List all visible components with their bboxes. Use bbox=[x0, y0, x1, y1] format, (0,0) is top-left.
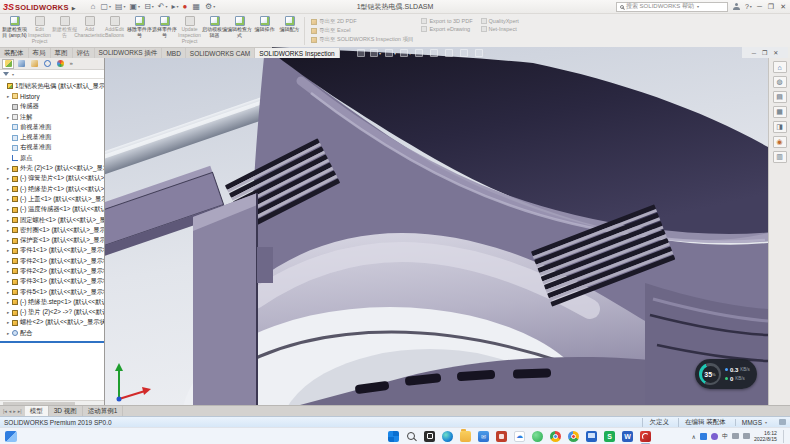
display-style-icon[interactable]: ▾ bbox=[430, 49, 441, 57]
last-tab-button[interactable]: ▸| bbox=[18, 408, 22, 414]
tree-item-annotations[interactable]: ▸ 注解 bbox=[0, 112, 104, 122]
tab-model[interactable]: 模型 bbox=[25, 406, 49, 416]
tab-evaluate[interactable]: 评估 bbox=[73, 48, 95, 58]
export-3d-pdf-item[interactable]: Export to 3D PDF bbox=[421, 18, 472, 24]
edit-inspection-project-button[interactable]: Edit Inspection Project bbox=[27, 15, 52, 47]
view-orientation-icon[interactable]: ▾ bbox=[415, 49, 426, 57]
tree-item-protective-sleeve[interactable]: ▸ 保护套<1> (默认<<默认>_显示状态 bbox=[0, 235, 104, 245]
qualityxpert-item[interactable]: QualityXpert bbox=[481, 18, 519, 24]
close-button[interactable]: ✕ bbox=[780, 3, 786, 10]
widgets-button[interactable] bbox=[5, 431, 17, 442]
launch-template-editor-button[interactable]: 启动模板编辑器 bbox=[202, 15, 227, 47]
export-excel-item[interactable]: 导出至 Excel bbox=[311, 27, 413, 34]
edge-icon[interactable] bbox=[442, 431, 453, 442]
custom-properties-icon[interactable]: ▥ bbox=[773, 151, 787, 163]
tab-solidworks-cam[interactable]: SOLIDWORKS CAM bbox=[186, 48, 255, 58]
doc-close-button[interactable]: ✕ bbox=[773, 49, 778, 56]
home-icon[interactable]: ⌂ bbox=[91, 3, 97, 11]
volume-icon[interactable] bbox=[743, 433, 750, 439]
mail-icon[interactable]: ✉ bbox=[478, 431, 489, 442]
next-tab-button[interactable]: ▸ bbox=[13, 408, 16, 414]
dimxpertmanager-tab[interactable] bbox=[41, 59, 53, 69]
tree-item-seal-ring[interactable]: ▸ 密封圈<1> (默认<<默认>_显示状态 bbox=[0, 225, 104, 235]
file-explorer-icon[interactable]: ▦ bbox=[773, 106, 787, 118]
tree-item-mates[interactable]: ▸ 配合 bbox=[0, 328, 104, 338]
tree-item-fixing-bolt[interactable]: ▸ 固定螺栓<1> (默认<<默认>_显示状 bbox=[0, 215, 104, 225]
displaymanager-tab[interactable] bbox=[54, 59, 66, 69]
propertymanager-tab[interactable] bbox=[15, 59, 27, 69]
status-editing-assembly[interactable]: 在编辑 装配体 bbox=[678, 418, 735, 427]
taskbar-clock[interactable]: 16:12 2022/8/15 bbox=[754, 430, 777, 442]
tab-assembly[interactable]: 装配体 bbox=[0, 48, 29, 58]
tree-item-part1[interactable]: ▸ 零件1<1> (默认<<默认>_显示状态 bbox=[0, 246, 104, 256]
open-icon[interactable]: ▤▾ bbox=[115, 3, 126, 11]
save-icon[interactable]: ▣▾ bbox=[130, 3, 141, 11]
status-units[interactable]: MMGS▾ bbox=[735, 419, 773, 426]
tray-app-icon[interactable] bbox=[711, 433, 718, 440]
browser-cloud-icon[interactable]: ☁ bbox=[514, 431, 525, 442]
doc-minimize-button[interactable]: ─ bbox=[752, 50, 756, 56]
zoom-area-icon[interactable]: ▾ bbox=[370, 49, 381, 57]
tree-item-top-plane[interactable]: 上视基准面 bbox=[0, 132, 104, 142]
tree-item-right-plane[interactable]: 右视基准面 bbox=[0, 143, 104, 153]
undo-icon[interactable]: ↶▾ bbox=[158, 3, 168, 11]
remove-balloons-button[interactable]: 移除零件序号 bbox=[127, 15, 152, 47]
tab-mbd[interactable]: MBD bbox=[162, 48, 185, 58]
select-icon[interactable]: ▸▾ bbox=[172, 3, 179, 11]
select-balloons-button[interactable]: 选择零件序号 bbox=[152, 15, 177, 47]
solidworks-taskbar-icon[interactable] bbox=[640, 431, 651, 442]
apply-scene-icon[interactable]: ▾ bbox=[475, 49, 486, 57]
solidworks-resources-icon[interactable]: ◍ bbox=[773, 76, 787, 88]
new-document-icon[interactable]: ▢▾ bbox=[100, 3, 111, 11]
tray-expand-icon[interactable]: ∧ bbox=[692, 433, 696, 440]
restore-button[interactable]: ❐ bbox=[768, 3, 774, 10]
home-icon[interactable]: ⌂ bbox=[773, 61, 787, 73]
tab-sketch[interactable]: 草图 bbox=[51, 48, 73, 58]
net-inspect-item[interactable]: Net-Inspect bbox=[481, 26, 519, 32]
tree-item-spring-washer[interactable]: ▸ (-) 弹簧垫片<1> (默认<<默认>_显示状 bbox=[0, 174, 104, 184]
chrome-icon[interactable] bbox=[550, 431, 561, 442]
tab-layout[interactable]: 布局 bbox=[29, 48, 51, 58]
edit-inspection-methods-button[interactable]: 编辑检查方式 bbox=[227, 15, 252, 47]
featuremanager-tab[interactable] bbox=[2, 59, 14, 69]
previous-view-icon[interactable]: ▾ bbox=[385, 49, 396, 57]
wps-icon[interactable]: S bbox=[604, 431, 615, 442]
file-explorer-icon[interactable] bbox=[460, 431, 471, 442]
configurationmanager-tab[interactable] bbox=[28, 59, 40, 69]
tab-solidworks-inspection[interactable]: SOLIDWORKS Inspection bbox=[255, 48, 340, 58]
menu-flyout-icon[interactable]: ▶ bbox=[72, 5, 76, 11]
graphics-area[interactable]: ▾ ▾ ▾ ▾ ▾ ▾ ▾ ▾ 35% bbox=[105, 47, 768, 405]
tree-item-part5[interactable]: ▸ 零件5<1> (默认<<默认>_显示状态 bbox=[0, 287, 104, 297]
first-tab-button[interactable]: |◂ bbox=[3, 408, 7, 414]
zoom-fit-icon[interactable] bbox=[357, 49, 366, 57]
3d-model-canvas[interactable] bbox=[105, 47, 768, 405]
tree-item-top-cover[interactable]: ▸ (-) 上盖<1> (默认<<默认>_显示状态 bbox=[0, 194, 104, 204]
tree-item-front-plane[interactable]: 前视基准面 bbox=[0, 122, 104, 132]
edit-recipes-button[interactable]: 编辑配方 bbox=[277, 15, 302, 47]
appearances-icon[interactable]: ◉ bbox=[773, 136, 787, 148]
show-desktop-button[interactable] bbox=[783, 430, 785, 443]
hide-show-items-icon[interactable]: ▾ bbox=[445, 49, 456, 57]
print-icon[interactable]: ⊟▾ bbox=[144, 3, 154, 11]
add-edit-balloons-button[interactable]: Add/Edit Balloons bbox=[102, 15, 127, 47]
login-icon[interactable] bbox=[733, 3, 740, 10]
tree-item-part2-1[interactable]: ▸ 零件2<1> (默认<<默认>_显示状态 bbox=[0, 256, 104, 266]
tree-item-insulation-step[interactable]: ▸ (-) 绝缘垫.step<1> (默认<<默认>_显 bbox=[0, 297, 104, 307]
edit-operations-button[interactable]: 编辑操作 bbox=[252, 15, 277, 47]
status-underdefined[interactable]: 欠定义 bbox=[642, 418, 678, 427]
start-button[interactable] bbox=[388, 431, 399, 442]
task-view-button[interactable] bbox=[424, 431, 435, 442]
options-icon[interactable]: ⚙▾ bbox=[205, 3, 215, 11]
export-inspection-project-item[interactable]: 导出至 SOLIDWORKS Inspection 项目 bbox=[311, 36, 413, 43]
rebuild-icon[interactable]: ● bbox=[183, 3, 189, 11]
tree-item-insulation-washer[interactable]: ▸ (-) 绝缘垫片<1> (默认<<默认>_显示状 bbox=[0, 184, 104, 194]
network-icon[interactable] bbox=[732, 433, 739, 439]
new-inspection-project-button[interactable]: 新建检查项目 (amp;N) bbox=[2, 15, 27, 47]
design-library-icon[interactable]: ▤ bbox=[773, 91, 787, 103]
status-tab-icon[interactable] bbox=[779, 419, 786, 425]
help-button[interactable]: ?▾ bbox=[745, 3, 752, 10]
browser2-icon[interactable] bbox=[568, 431, 579, 442]
tree-item-history[interactable]: ▸ History bbox=[0, 91, 104, 101]
tree-root-assembly[interactable]: 1型铠装热电偶 (默认<默认_显示状态-1>) bbox=[0, 81, 104, 91]
add-characteristic-button[interactable]: Add Characteristic bbox=[77, 15, 102, 47]
